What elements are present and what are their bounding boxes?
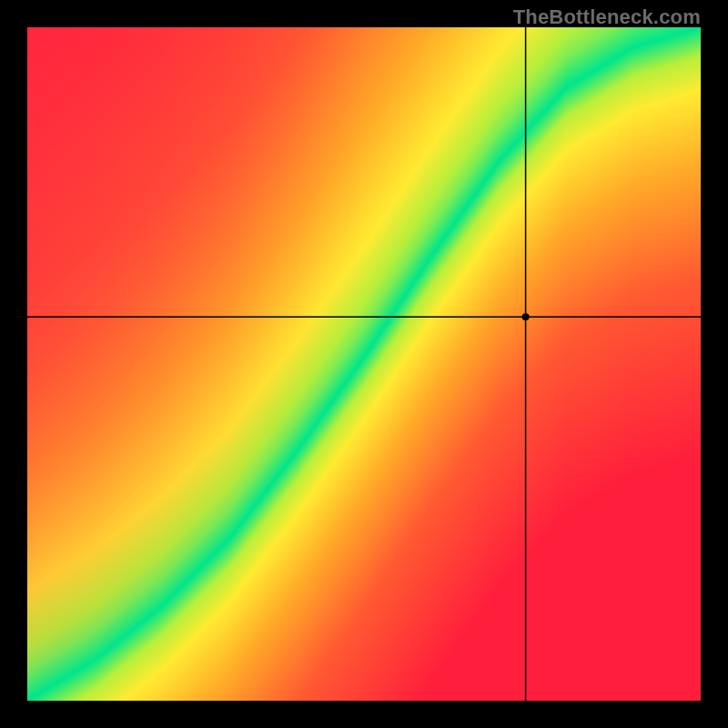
- chart-stage: TheBottleneck.com: [0, 0, 728, 728]
- heatmap-canvas: [27, 27, 701, 701]
- watermark-text: TheBottleneck.com: [513, 5, 701, 29]
- heatmap-plot: [27, 27, 701, 701]
